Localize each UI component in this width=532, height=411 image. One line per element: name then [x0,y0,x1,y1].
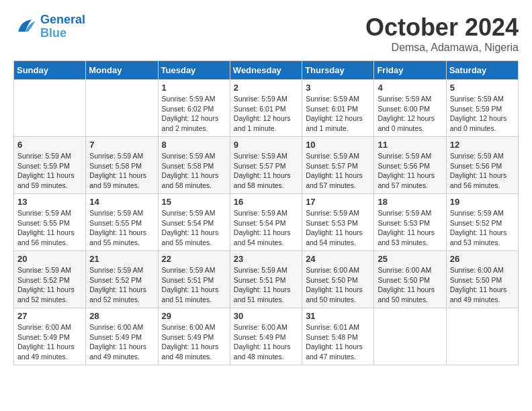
day-info: Sunrise: 5:59 AM Sunset: 6:02 PM Dayligh… [162,94,226,134]
day-info: Sunrise: 5:59 AM Sunset: 5:54 PM Dayligh… [162,208,226,248]
day-cell: 22Sunrise: 5:59 AM Sunset: 5:51 PM Dayli… [158,251,230,308]
day-number: 17 [306,197,370,207]
day-info: Sunrise: 5:59 AM Sunset: 5:56 PM Dayligh… [378,151,442,191]
day-number: 13 [17,197,82,207]
day-info: Sunrise: 5:59 AM Sunset: 5:59 PM Dayligh… [17,151,82,191]
day-info: Sunrise: 5:59 AM Sunset: 5:54 PM Dayligh… [234,208,298,248]
day-info: Sunrise: 5:59 AM Sunset: 5:52 PM Dayligh… [89,265,154,305]
day-number: 19 [450,197,515,207]
day-cell: 11Sunrise: 5:59 AM Sunset: 5:56 PM Dayli… [374,137,446,194]
day-cell: 24Sunrise: 6:00 AM Sunset: 5:50 PM Dayli… [302,251,374,308]
title-block: October 2024 Demsa, Adamawa, Nigeria [365,13,519,54]
day-number: 12 [450,140,515,150]
day-number: 14 [89,197,154,207]
day-info: Sunrise: 5:59 AM Sunset: 5:58 PM Dayligh… [89,151,154,191]
day-info: Sunrise: 5:59 AM Sunset: 5:55 PM Dayligh… [89,208,154,248]
logo-text: General Blue [40,13,85,40]
day-number: 27 [17,311,82,321]
header-cell-thursday: Thursday [302,61,374,80]
day-cell: 9Sunrise: 5:59 AM Sunset: 5:57 PM Daylig… [230,137,302,194]
logo-icon [13,15,38,39]
day-info: Sunrise: 5:59 AM Sunset: 5:51 PM Dayligh… [162,265,226,305]
header-cell-wednesday: Wednesday [230,61,302,80]
day-cell: 27Sunrise: 6:00 AM Sunset: 5:49 PM Dayli… [14,308,86,365]
day-number: 6 [17,140,82,150]
day-info: Sunrise: 6:00 AM Sunset: 5:50 PM Dayligh… [306,265,370,305]
day-number: 23 [234,254,298,264]
day-cell: 3Sunrise: 5:59 AM Sunset: 6:01 PM Daylig… [302,80,374,137]
day-number: 30 [234,311,298,321]
day-number: 15 [162,197,226,207]
day-info: Sunrise: 5:59 AM Sunset: 5:51 PM Dayligh… [234,265,298,305]
day-number: 28 [89,311,154,321]
header-cell-tuesday: Tuesday [158,61,230,80]
day-cell: 18Sunrise: 5:59 AM Sunset: 5:53 PM Dayli… [374,194,446,251]
day-cell: 12Sunrise: 5:59 AM Sunset: 5:56 PM Dayli… [446,137,518,194]
day-number: 29 [162,311,226,321]
day-info: Sunrise: 5:59 AM Sunset: 5:53 PM Dayligh… [306,208,370,248]
day-number: 11 [378,140,442,150]
week-row-5: 27Sunrise: 6:00 AM Sunset: 5:49 PM Dayli… [14,308,519,365]
day-cell: 28Sunrise: 6:00 AM Sunset: 5:49 PM Dayli… [86,308,158,365]
day-info: Sunrise: 6:00 AM Sunset: 5:50 PM Dayligh… [378,265,442,305]
day-cell: 13Sunrise: 5:59 AM Sunset: 5:55 PM Dayli… [14,194,86,251]
day-info: Sunrise: 6:00 AM Sunset: 5:49 PM Dayligh… [17,322,82,362]
week-row-1: 1Sunrise: 5:59 AM Sunset: 6:02 PM Daylig… [14,80,519,137]
day-info: Sunrise: 5:59 AM Sunset: 5:52 PM Dayligh… [17,265,82,305]
location-title: Demsa, Adamawa, Nigeria [365,42,519,54]
day-cell: 29Sunrise: 6:00 AM Sunset: 5:49 PM Dayli… [158,308,230,365]
day-info: Sunrise: 5:59 AM Sunset: 6:01 PM Dayligh… [306,94,370,134]
day-info: Sunrise: 5:59 AM Sunset: 6:01 PM Dayligh… [234,94,298,134]
day-number: 31 [306,311,370,321]
week-row-3: 13Sunrise: 5:59 AM Sunset: 5:55 PM Dayli… [14,194,519,251]
calendar-header: SundayMondayTuesdayWednesdayThursdayFrid… [14,61,519,80]
day-number: 16 [234,197,298,207]
day-cell: 17Sunrise: 5:59 AM Sunset: 5:53 PM Dayli… [302,194,374,251]
day-info: Sunrise: 6:00 AM Sunset: 5:49 PM Dayligh… [162,322,226,362]
day-info: Sunrise: 5:59 AM Sunset: 5:55 PM Dayligh… [17,208,82,248]
page-header: General Blue October 2024 Demsa, Adamawa… [13,13,519,54]
day-cell: 20Sunrise: 5:59 AM Sunset: 5:52 PM Dayli… [14,251,86,308]
day-cell: 19Sunrise: 5:59 AM Sunset: 5:52 PM Dayli… [446,194,518,251]
week-row-4: 20Sunrise: 5:59 AM Sunset: 5:52 PM Dayli… [14,251,519,308]
week-row-2: 6Sunrise: 5:59 AM Sunset: 5:59 PM Daylig… [14,137,519,194]
day-cell: 5Sunrise: 5:59 AM Sunset: 5:59 PM Daylig… [446,80,518,137]
day-cell: 16Sunrise: 5:59 AM Sunset: 5:54 PM Dayli… [230,194,302,251]
month-title: October 2024 [365,13,519,42]
day-cell: 10Sunrise: 5:59 AM Sunset: 5:57 PM Dayli… [302,137,374,194]
day-info: Sunrise: 6:00 AM Sunset: 5:50 PM Dayligh… [450,265,515,305]
day-info: Sunrise: 5:59 AM Sunset: 5:56 PM Dayligh… [450,151,515,191]
day-info: Sunrise: 5:59 AM Sunset: 6:00 PM Dayligh… [378,94,442,134]
day-info: Sunrise: 5:59 AM Sunset: 5:57 PM Dayligh… [306,151,370,191]
day-number: 8 [162,140,226,150]
day-cell: 7Sunrise: 5:59 AM Sunset: 5:58 PM Daylig… [86,137,158,194]
day-cell [374,308,446,365]
day-cell: 14Sunrise: 5:59 AM Sunset: 5:55 PM Dayli… [86,194,158,251]
day-number: 24 [306,254,370,264]
day-number: 25 [378,254,442,264]
day-info: Sunrise: 6:00 AM Sunset: 5:49 PM Dayligh… [234,322,298,362]
day-number: 21 [89,254,154,264]
day-info: Sunrise: 5:59 AM Sunset: 5:59 PM Dayligh… [450,94,515,134]
day-cell: 30Sunrise: 6:00 AM Sunset: 5:49 PM Dayli… [230,308,302,365]
calendar-body: 1Sunrise: 5:59 AM Sunset: 6:02 PM Daylig… [14,80,519,365]
day-cell [86,80,158,137]
day-cell [446,308,518,365]
day-info: Sunrise: 5:59 AM Sunset: 5:53 PM Dayligh… [378,208,442,248]
day-number: 18 [378,197,442,207]
header-cell-monday: Monday [86,61,158,80]
day-cell: 15Sunrise: 5:59 AM Sunset: 5:54 PM Dayli… [158,194,230,251]
day-cell: 1Sunrise: 5:59 AM Sunset: 6:02 PM Daylig… [158,80,230,137]
day-number: 3 [306,83,370,93]
day-cell: 4Sunrise: 5:59 AM Sunset: 6:00 PM Daylig… [374,80,446,137]
day-number: 5 [450,83,515,93]
day-number: 2 [234,83,298,93]
day-number: 20 [17,254,82,264]
day-cell: 31Sunrise: 6:01 AM Sunset: 5:48 PM Dayli… [302,308,374,365]
header-cell-saturday: Saturday [446,61,518,80]
logo: General Blue [13,13,85,40]
day-cell: 23Sunrise: 5:59 AM Sunset: 5:51 PM Dayli… [230,251,302,308]
day-cell: 25Sunrise: 6:00 AM Sunset: 5:50 PM Dayli… [374,251,446,308]
day-cell: 6Sunrise: 5:59 AM Sunset: 5:59 PM Daylig… [14,137,86,194]
header-row: SundayMondayTuesdayWednesdayThursdayFrid… [14,61,519,80]
